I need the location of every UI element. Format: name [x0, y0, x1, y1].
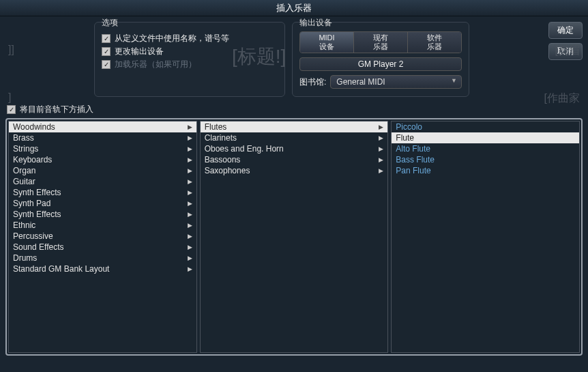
chevron-right-icon: ▶	[379, 156, 383, 163]
ok-button[interactable]: 确定	[548, 22, 583, 39]
output-label: 输出设备	[299, 17, 462, 29]
chevron-right-icon: ▶	[188, 211, 192, 218]
category-column[interactable]: Woodwinds▶Brass▶Strings▶Keyboards▶Organ▶…	[8, 121, 197, 353]
chevron-right-icon: ▶	[188, 244, 192, 251]
list-item[interactable]: Piccolo	[392, 121, 579, 132]
use-name-checkbox[interactable]: 从定义文件中使用名称，谱号等	[102, 33, 278, 44]
chevron-right-icon: ▶	[188, 134, 192, 141]
list-item[interactable]: Strings▶	[9, 143, 196, 154]
list-item[interactable]: Pan Flute	[392, 165, 579, 176]
list-item[interactable]: Percussive▶	[9, 231, 196, 242]
device-type-segment: MIDI设备现有乐器软件乐器	[299, 31, 462, 53]
list-item[interactable]: Synth Effects▶	[9, 187, 196, 198]
list-item[interactable]: Brass▶	[9, 132, 196, 143]
list-item[interactable]: Ethnic▶	[9, 220, 196, 231]
list-item[interactable]: Woodwinds▶	[9, 121, 196, 132]
instrument-browser: Woodwinds▶Brass▶Strings▶Keyboards▶Organ▶…	[5, 118, 583, 356]
change-output-label: 更改输出设备	[115, 46, 164, 57]
list-item[interactable]: Synth Effects▶	[9, 209, 196, 220]
output-device-panel: 输出设备 MIDI设备现有乐器软件乐器 GM Player 2 图书馆: Gen…	[292, 22, 469, 97]
list-item[interactable]: Oboes and Eng. Horn▶	[201, 143, 388, 154]
list-item[interactable]: Keyboards▶	[9, 154, 196, 165]
chevron-right-icon: ▶	[188, 156, 192, 163]
chevron-right-icon: ▶	[188, 189, 192, 196]
list-item[interactable]: Clarinets▶	[201, 132, 388, 143]
chevron-right-icon: ▶	[188, 145, 192, 152]
list-item[interactable]: Alto Flute	[392, 143, 579, 154]
chevron-right-icon: ▶	[188, 266, 192, 272]
device-type-1[interactable]: 现有乐器	[354, 32, 408, 53]
chevron-right-icon: ▶	[379, 145, 383, 152]
chevron-right-icon: ▶	[379, 134, 383, 141]
instrument-column[interactable]: PiccoloFluteAlto FluteBass FlutePan Flut…	[391, 121, 580, 353]
list-item[interactable]: Organ▶	[9, 165, 196, 176]
chevron-right-icon: ▶	[188, 233, 192, 240]
list-item[interactable]: Bass Flute	[392, 154, 579, 165]
list-item[interactable]: Standard GM Bank Layout▶	[9, 263, 196, 274]
device-type-2[interactable]: 软件乐器	[408, 32, 461, 53]
dialog-title: 插入乐器	[0, 0, 588, 16]
list-item[interactable]: Guitar▶	[9, 176, 196, 187]
device-type-0[interactable]: MIDI设备	[300, 32, 354, 53]
chevron-right-icon: ▶	[379, 124, 383, 130]
bg-page-shadow: [页眉	[555, 44, 580, 58]
subcategory-column[interactable]: Flutes▶Clarinets▶Oboes and Eng. Horn▶Bas…	[200, 121, 389, 353]
library-label: 图书馆:	[299, 76, 326, 88]
bg-title-shadow: [标题!]	[232, 44, 286, 70]
checkbox-icon	[102, 47, 111, 56]
chevron-right-icon: ▶	[188, 222, 192, 229]
list-item[interactable]: Flute	[392, 132, 579, 143]
checkbox-icon	[102, 34, 111, 43]
library-select[interactable]: General MIDI	[330, 75, 462, 89]
insert-below-label: 将目前音轨下方插入	[20, 104, 93, 115]
bg-composer-shadow: [作曲家	[544, 91, 580, 106]
chevron-right-icon: ▶	[188, 124, 192, 130]
load-instrument-label: 加载乐器（如果可用）	[115, 59, 196, 70]
chevron-right-icon: ▶	[379, 167, 383, 174]
list-item[interactable]: Synth Pad▶	[9, 198, 196, 209]
chevron-right-icon: ▶	[188, 200, 192, 207]
insert-below-checkbox[interactable]: 将目前音轨下方插入	[7, 104, 583, 115]
bg-left1-shadow: ]]	[8, 44, 14, 56]
checkbox-icon	[102, 60, 111, 69]
bg-left2-shadow: ]	[8, 91, 11, 104]
chevron-right-icon: ▶	[188, 255, 192, 261]
list-item[interactable]: Sound Effects▶	[9, 242, 196, 253]
options-label: 选项	[102, 17, 278, 29]
list-item[interactable]: Flutes▶	[201, 121, 388, 132]
player-field[interactable]: GM Player 2	[299, 57, 462, 71]
list-item[interactable]: Bassoons▶	[201, 154, 388, 165]
list-item[interactable]: Saxophones▶	[201, 165, 388, 176]
chevron-right-icon: ▶	[188, 167, 192, 174]
use-name-label: 从定义文件中使用名称，谱号等	[115, 33, 229, 44]
chevron-right-icon: ▶	[188, 178, 192, 185]
checkbox-icon	[7, 105, 16, 114]
list-item[interactable]: Drums▶	[9, 253, 196, 263]
